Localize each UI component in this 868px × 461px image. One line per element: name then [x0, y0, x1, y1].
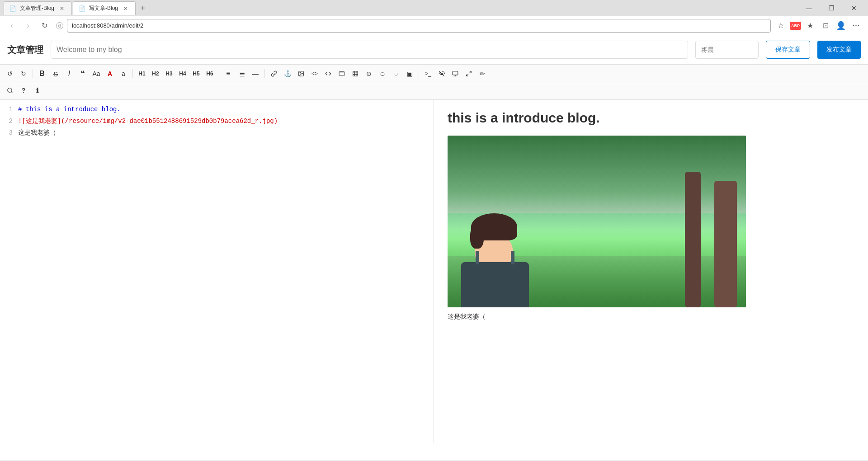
tree-trunk-left — [714, 181, 737, 307]
window-controls: — ❐ ✕ — [798, 0, 864, 16]
tab1-icon: 📄 — [9, 5, 16, 12]
profile-icon[interactable]: 👤 — [835, 19, 847, 32]
author-input[interactable] — [695, 41, 759, 59]
new-tab-button[interactable]: + — [137, 2, 149, 14]
table-button[interactable] — [349, 67, 362, 80]
editor-toolbar-row1: ↺ ↻ B S I ❝ Aa A a H1 H2 H3 H4 H5 H6 ≡ ≣… — [0, 65, 868, 83]
code-button[interactable]: <> — [308, 67, 321, 80]
line-num-1: 1 — [0, 103, 18, 115]
toolbar-separator-4 — [264, 69, 265, 78]
h6-button[interactable]: H6 — [203, 67, 216, 80]
code-block2-button[interactable] — [335, 67, 348, 80]
tab1-label: 文章管理-Blog — [20, 5, 54, 12]
svg-rect-11 — [453, 71, 458, 75]
site-title: 文章管理 — [7, 44, 43, 56]
line-content-2: ![这是我老婆](/resource/img/v2-dae01b55124886… — [18, 115, 434, 127]
h3-button[interactable]: H3 — [163, 67, 175, 80]
h4-button[interactable]: H4 — [176, 67, 189, 80]
monitor-button[interactable] — [449, 67, 462, 80]
hr-button[interactable]: — — [249, 67, 262, 80]
code-line-2: 2 ![这是我老婆](/resource/img/v2-dae01b551248… — [0, 115, 434, 127]
article-title-input[interactable] — [51, 41, 688, 59]
line-num-3: 3 — [0, 127, 18, 139]
tab2-label: 写文章-Blog — [89, 5, 118, 12]
preview-caption: 这是我老婆（ — [448, 313, 854, 321]
h5-button[interactable]: H5 — [190, 67, 203, 80]
line-num-2: 2 — [0, 115, 18, 127]
share-icon[interactable]: ⊡ — [819, 19, 832, 32]
svg-point-2 — [300, 72, 301, 73]
favorites-star-icon[interactable]: ☆ — [774, 19, 787, 32]
app-container: 文章管理 保存文章 发布文章 ↺ ↻ B S I ❝ Aa A a H1 H2 … — [0, 35, 868, 460]
toolbar-separator-3 — [219, 69, 219, 78]
emoji-button[interactable]: ☺ — [376, 67, 389, 80]
ul-button[interactable]: ≡ — [222, 67, 235, 80]
info-button[interactable]: ℹ — [31, 84, 43, 97]
security-icon — [56, 22, 63, 29]
font-color-button[interactable]: A — [104, 67, 116, 80]
preview-off-button[interactable] — [435, 67, 448, 80]
strikethrough-button[interactable]: S — [49, 67, 62, 80]
code-block-button[interactable] — [322, 67, 335, 80]
code-line-1: 1 # this is a introduce blog. — [0, 103, 434, 115]
edit-button[interactable]: ✏ — [476, 67, 489, 80]
save-button[interactable]: 保存文章 — [766, 41, 810, 59]
tab-article-manage[interactable]: 📄 文章管理-Blog ✕ — [4, 1, 72, 15]
svg-rect-5 — [353, 71, 358, 76]
svg-line-17 — [11, 92, 13, 93]
tab2-close-icon[interactable]: ✕ — [122, 5, 130, 13]
media-button[interactable]: ▣ — [403, 67, 416, 80]
code-line-3: 3 这是我老婆（ — [0, 127, 434, 139]
close-button[interactable]: ✕ — [844, 0, 864, 16]
tree-trunk-right — [685, 172, 701, 307]
terminal-button[interactable]: >_ — [422, 67, 434, 80]
app-header: 文章管理 保存文章 发布文章 — [0, 35, 868, 65]
undo-button[interactable]: ↺ — [4, 67, 16, 80]
ol-button[interactable]: ≣ — [236, 67, 248, 80]
person-body — [461, 262, 529, 307]
tab-write-article[interactable]: 📄 写文章-Blog ✕ — [73, 1, 136, 15]
link-button[interactable] — [268, 67, 280, 80]
more-icon[interactable]: ··· — [850, 19, 863, 32]
svg-line-14 — [469, 71, 471, 73]
image-button[interactable] — [295, 67, 307, 80]
back-button[interactable]: ‹ — [5, 19, 18, 32]
address-bar: ‹ › ↻ ☆ ABP ★ ⊡ 👤 ··· — [0, 16, 868, 35]
h2-button[interactable]: H2 — [149, 67, 162, 80]
minimize-button[interactable]: — — [798, 0, 819, 16]
tab2-icon: 📄 — [79, 5, 85, 12]
address-input[interactable] — [67, 19, 771, 33]
publish-button[interactable]: 发布文章 — [817, 41, 861, 59]
forward-button[interactable]: › — [22, 19, 34, 32]
redo-button[interactable]: ↻ — [17, 67, 30, 80]
time-button[interactable]: ⊙ — [363, 67, 375, 80]
search-button[interactable] — [4, 84, 16, 97]
preview-pane: this is a introduce blog. — [434, 100, 868, 443]
quote-button[interactable]: ❝ — [76, 67, 89, 80]
expand-button[interactable] — [462, 67, 475, 80]
shoulder-strap-left — [476, 251, 479, 264]
preview-image — [448, 136, 746, 307]
circle-button[interactable]: ○ — [390, 67, 402, 80]
maximize-button[interactable]: ❐ — [821, 0, 842, 16]
line-content-3: 这是我老婆（ — [18, 127, 434, 139]
svg-rect-3 — [339, 71, 344, 75]
photo-background — [448, 136, 746, 307]
editor-toolbar-row2: ? ℹ — [0, 83, 868, 100]
svg-point-16 — [8, 88, 12, 92]
abp-badge[interactable]: ABP — [790, 22, 801, 30]
font-button[interactable]: a — [117, 67, 130, 80]
refresh-button[interactable]: ↻ — [38, 19, 51, 32]
italic-button[interactable]: I — [63, 67, 75, 80]
tab1-close-icon[interactable]: ✕ — [58, 5, 66, 13]
h1-button[interactable]: H1 — [136, 67, 148, 80]
browser-titlebar: 📄 文章管理-Blog ✕ 📄 写文章-Blog ✕ + — ❐ ✕ — [0, 0, 868, 16]
anchor-button[interactable]: ⚓ — [281, 67, 294, 80]
bold-button[interactable]: B — [36, 67, 48, 80]
browser-toolbar-icons: ☆ ABP ★ ⊡ 👤 ··· — [774, 19, 863, 32]
case-button[interactable]: Aa — [90, 67, 103, 80]
editor-pane[interactable]: 1 # this is a introduce blog. 2 ![这是我老婆]… — [0, 100, 434, 443]
person-hair-side — [470, 226, 484, 249]
favorites-icon[interactable]: ★ — [804, 19, 816, 32]
help-button[interactable]: ? — [17, 84, 30, 97]
